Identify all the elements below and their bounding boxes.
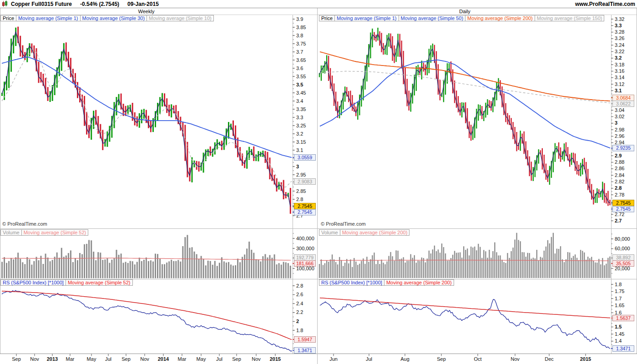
legend-item[interactable]: Price [0,15,16,21]
legend-item[interactable]: Moving average (Simple 50) [399,15,466,21]
chart-title-weekly: Weekly [0,9,293,14]
legend-item[interactable]: Volume [319,229,340,236]
svg-text:3.45: 3.45 [296,90,306,96]
weekly-rs-rs-line [2,290,292,351]
svg-text:1.3471: 1.3471 [616,346,631,351]
title-bar: Copper Full0315 Future -0.54% (2.7545) 0… [0,0,637,8]
legend-item[interactable]: Moving average (Simple 150) [535,15,605,21]
svg-text:2.85: 2.85 [296,188,306,194]
svg-text:3.0559: 3.0559 [298,155,312,160]
svg-text:Sep: Sep [12,356,21,362]
daily-rs-ma-line [320,298,610,318]
svg-text:3.1: 3.1 [296,147,303,153]
svg-text:3.5: 3.5 [296,82,303,87]
svg-text:2.9083: 2.9083 [298,179,312,184]
daily-price-legend: PriceMoving average (Simple 1)Moving ave… [319,15,611,22]
svg-text:May: May [197,356,206,362]
daily-rs-y-axis: 1.81.751.71.651.61.51.451.41.56371.3471 [611,282,634,352]
svg-text:2014: 2014 [158,356,169,362]
svg-text:2: 2 [296,318,299,324]
daily-rs-legend: RS (S&P500 Index) [*1000]Moving average … [319,279,611,286]
svg-text:2.94: 2.94 [615,140,624,145]
instrument-title: Copper Full0315 Future [11,1,72,7]
svg-text:3.65: 3.65 [296,57,306,63]
watermark-daily: © ProRealTime.com [320,221,367,227]
svg-text:Jul: Jul [216,356,222,362]
svg-text:2.8: 2.8 [615,185,622,191]
svg-text:2.95: 2.95 [296,172,306,177]
svg-text:1.4: 1.4 [615,338,622,344]
svg-text:2.98: 2.98 [615,127,624,132]
svg-text:2.88: 2.88 [615,159,624,165]
legend-item[interactable]: Moving average (Simple 1) [334,15,399,21]
svg-text:2.7545: 2.7545 [298,203,312,209]
weekly-volume-bars [1,235,291,278]
daily-price-x-axis: JunJulAugSepOctNovDec2015 [329,354,591,362]
svg-text:2.8: 2.8 [296,197,303,202]
svg-text:Jun: Jun [329,356,338,362]
svg-text:3.1: 3.1 [615,88,622,93]
svg-text:35,505: 35,505 [616,261,631,266]
svg-text:2.9: 2.9 [615,153,622,158]
svg-text:Mar: Mar [66,356,75,362]
svg-text:60,000: 60,000 [615,246,630,251]
charts-canvas[interactable]: SepNov2013MarMayJulSepNov2014MarMayJulSe… [0,0,637,364]
svg-text:3.7: 3.7 [296,49,303,55]
svg-text:3: 3 [296,164,299,169]
svg-text:3.3: 3.3 [615,23,622,28]
svg-text:2013: 2013 [47,356,58,362]
svg-text:3.02: 3.02 [615,114,624,119]
svg-text:3.2: 3.2 [296,131,303,136]
svg-text:2.7545: 2.7545 [298,209,312,215]
legend-item[interactable]: RS (S&P500 Index) [*1000] [0,279,66,286]
legend-item[interactable]: Moving average (Simple 30) [80,15,147,21]
svg-text:Jul: Jul [105,356,111,362]
svg-text:1.8: 1.8 [296,328,303,333]
legend-item[interactable]: Moving average (Simple 200) [384,279,454,286]
svg-text:1.5947: 1.5947 [298,337,312,342]
daily-rs-rs-line [320,299,610,349]
legend-item[interactable]: Moving average (Simple 200) [340,229,410,236]
svg-text:1.75: 1.75 [615,288,624,294]
svg-text:3.04: 3.04 [615,107,624,113]
svg-text:3.28: 3.28 [615,29,624,35]
site-link[interactable]: www.ProRealTime.com [575,1,635,7]
svg-text:3.12: 3.12 [615,81,624,87]
svg-text:300,000: 300,000 [296,246,314,251]
svg-text:2.7: 2.7 [615,218,622,223]
svg-text:2.96: 2.96 [615,133,624,139]
svg-text:3.15: 3.15 [296,139,306,145]
daily-price-close-line [319,34,610,203]
svg-text:181,666: 181,666 [296,261,313,266]
svg-text:2.6: 2.6 [296,292,303,297]
legend-item[interactable]: Moving average (Simple 200) [465,15,535,21]
svg-text:2.7545: 2.7545 [616,200,631,206]
svg-text:Jul: Jul [366,356,372,362]
legend-item[interactable]: Price [319,15,335,21]
legend-item[interactable]: Moving average (Simple 52) [21,229,89,236]
svg-text:Aug: Aug [400,356,410,362]
svg-text:Nov: Nov [30,356,39,362]
legend-item[interactable]: Volume [0,229,22,236]
svg-text:2.86: 2.86 [615,166,624,171]
svg-text:Sep: Sep [232,356,241,362]
svg-text:1.5637: 1.5637 [616,315,631,321]
svg-text:3: 3 [615,120,617,126]
legend-item[interactable]: Moving average (Simple 52) [66,279,133,286]
svg-text:1.65: 1.65 [615,303,624,308]
weekly-volume-y-axis: 400,000300,000100,000192,779181,666 [293,233,316,273]
legend-item[interactable]: Moving average (Simple 10) [147,15,214,21]
svg-text:3.8: 3.8 [296,33,303,38]
legend-item[interactable]: Moving average (Simple 1) [16,15,80,21]
svg-text:3.0684: 3.0684 [616,95,631,101]
svg-text:Dec: Dec [545,356,554,362]
svg-text:3.55: 3.55 [296,74,306,79]
weekly-rs-ma-line [2,291,292,339]
svg-text:3.4: 3.4 [296,98,303,104]
svg-text:3.9: 3.9 [296,16,303,22]
svg-text:Sep: Sep [121,356,131,362]
svg-text:3.25: 3.25 [296,123,306,128]
chart-title-daily: Daily [318,9,611,14]
svg-text:Sep: Sep [437,356,446,362]
legend-item[interactable]: RS (S&P500 Index) [*1000] [319,279,384,286]
